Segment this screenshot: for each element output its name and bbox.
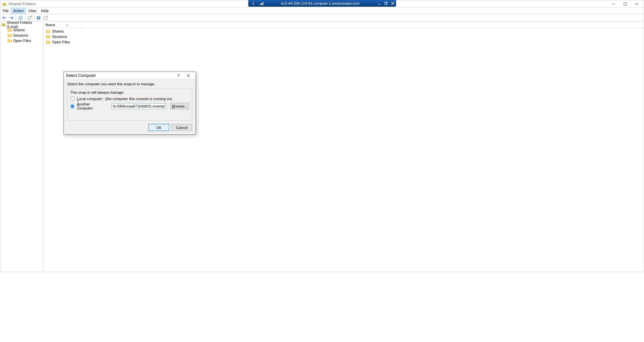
rdp-restore-button[interactable]: [383, 0, 389, 7]
folder-icon: [45, 29, 51, 34]
svg-rect-11: [624, 3, 627, 5]
svg-point-9: [3, 4, 5, 6]
sort-ascending-icon: ▴: [67, 23, 68, 26]
dialog-title: Select Computer: [66, 73, 173, 78]
dialog-footer: OK Cancel: [64, 124, 196, 134]
tree-item-label: Shares: [13, 28, 25, 32]
browse-button[interactable]: Browse...: [170, 103, 189, 110]
dialog-legend: This snap-in will always manage:: [70, 90, 189, 94]
dialog-instruction: Select the computer you want this snap-i…: [67, 82, 192, 86]
tree-item-sessions[interactable]: Sessions: [0, 33, 43, 38]
ok-button[interactable]: OK: [148, 124, 169, 131]
mmc-window: Shared Folders File Action View Help: [0, 0, 644, 272]
window-close-button[interactable]: [631, 0, 642, 8]
window-minimize-button[interactable]: [608, 0, 619, 8]
folder-icon: [7, 33, 12, 38]
toolbar-export-button[interactable]: [26, 14, 33, 21]
svg-rect-1: [261, 3, 261, 5]
rdp-hostname: ec2-44-204-114-81.compute-1.amazonaws.co…: [265, 1, 376, 5]
computer-name-input[interactable]: [112, 103, 167, 109]
menu-help[interactable]: Help: [39, 8, 51, 14]
rdp-pin-icon[interactable]: [248, 2, 258, 5]
dialog-close-button[interactable]: [183, 72, 194, 79]
svg-point-20: [3, 24, 5, 26]
toolbar-forward-button[interactable]: [8, 14, 15, 21]
radio-another-label[interactable]: Another computer:: [77, 102, 104, 110]
folder-icon: [45, 39, 51, 45]
menu-view[interactable]: View: [26, 8, 39, 14]
svg-rect-2: [262, 3, 262, 5]
folder-icon: [7, 27, 12, 33]
toolbar-separator: [16, 15, 16, 20]
list-pane: Name ▴ Shares Sessions Open Files: [43, 22, 644, 272]
list-item-label: Open Files: [52, 40, 70, 44]
select-computer-dialog: Select Computer ? Select the computer yo…: [63, 72, 196, 135]
dialog-fieldset: This snap-in will always manage: Local c…: [67, 88, 192, 121]
toolbar-separator: [25, 15, 25, 20]
toolbar-back-button[interactable]: [1, 14, 8, 21]
list-header: Name ▴: [43, 22, 644, 28]
menubar: File Action View Help: [0, 8, 644, 14]
toolbar-separator: [34, 15, 34, 20]
tree-item-open-files[interactable]: Open Files: [0, 38, 43, 43]
toolbar-new-share-button[interactable]: [42, 14, 49, 21]
svg-rect-6: [384, 2, 387, 5]
column-label: Name: [45, 23, 55, 27]
radio-row-another: Another computer: Browse...: [70, 102, 189, 110]
menu-action[interactable]: Action: [11, 8, 26, 14]
rdp-signal-icon: [258, 2, 265, 5]
dialog-titlebar: Select Computer ?: [64, 72, 196, 79]
tree-item-label: Sessions: [13, 33, 28, 37]
rdp-connection-bar: ec2-44-204-114-81.compute-1.amazonaws.co…: [248, 0, 396, 7]
column-header-blank[interactable]: [82, 22, 644, 28]
radio-local-label[interactable]: Local computer:: [77, 97, 103, 101]
rdp-close-button[interactable]: [389, 0, 396, 7]
toolbar-up-button[interactable]: [17, 14, 24, 21]
svg-rect-19: [44, 16, 47, 19]
window-maximize-button[interactable]: [619, 0, 631, 8]
cancel-button[interactable]: Cancel: [171, 124, 192, 131]
list-item-label: Shares: [52, 29, 64, 33]
radio-local-suffix: (the computer this console is running on…: [105, 97, 172, 101]
radio-local-computer[interactable]: [70, 96, 75, 101]
menu-file[interactable]: File: [0, 8, 11, 14]
svg-rect-16: [28, 17, 31, 19]
list-item[interactable]: Open Files: [43, 39, 644, 45]
tree-pane: Shared Folders (Local) Shares Sessions O…: [0, 22, 43, 272]
radio-another-computer[interactable]: [70, 104, 75, 109]
list-item[interactable]: Shares: [43, 29, 644, 34]
rdp-minimize-button[interactable]: [376, 0, 383, 7]
svg-rect-15: [19, 17, 22, 19]
folder-icon: [45, 34, 51, 39]
radio-row-local: Local computer: (the computer this conso…: [70, 96, 189, 101]
svg-text:?: ?: [38, 16, 40, 20]
list-item[interactable]: Sessions: [43, 34, 644, 39]
list-item-label: Sessions: [52, 35, 67, 39]
dialog-help-button[interactable]: ?: [173, 72, 183, 79]
folder-icon: [1, 22, 6, 27]
shared-folders-app-icon: [2, 1, 7, 7]
toolbar-help-button[interactable]: ?: [35, 14, 42, 21]
column-header-name[interactable]: Name ▴: [43, 22, 82, 28]
folder-icon: [7, 38, 12, 43]
toolbar: ?: [0, 14, 644, 22]
tree-item-label: Open Files: [13, 39, 31, 43]
svg-rect-3: [263, 2, 263, 5]
tree-root-shared-folders[interactable]: Shared Folders (Local): [0, 22, 43, 27]
svg-rect-0: [260, 4, 260, 5]
